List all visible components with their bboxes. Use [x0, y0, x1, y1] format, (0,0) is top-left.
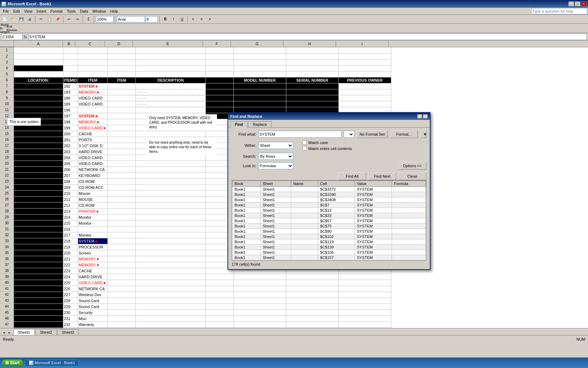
table-row[interactable]: 224HARD DRIVE — [14, 274, 391, 280]
cell-c26[interactable]: MOUSE — [78, 196, 107, 202]
row-header-30[interactable]: 30 — [0, 220, 14, 226]
cell-d23[interactable] — [107, 178, 135, 184]
cell-a4[interactable] — [14, 65, 63, 71]
cell-c18[interactable]: HARD DRIVE — [78, 149, 107, 155]
row-header-20[interactable]: 20 — [0, 161, 14, 166]
cell-c45[interactable]: Security — [78, 309, 107, 315]
cell-i7[interactable] — [338, 83, 391, 89]
zoom-input[interactable] — [96, 16, 113, 22]
taskbar-app-button[interactable]: 📊 Microsoft Excel - Book1 — [25, 360, 79, 366]
row-header-28[interactable]: 28 — [0, 208, 14, 214]
row-header-1[interactable]: 1 — [0, 47, 14, 53]
print-button[interactable]: 🖨 — [26, 15, 34, 23]
row-header-10[interactable]: 10 — [0, 101, 14, 107]
cell-b34[interactable]: 219 — [63, 244, 78, 250]
find-all-button[interactable]: Find All — [338, 172, 366, 180]
cell-i6[interactable]: PREVIOUS OWNER — [338, 77, 391, 83]
cell-d4[interactable] — [107, 65, 135, 71]
cell-d14[interactable] — [107, 125, 135, 131]
cell-b29[interactable]: 214 — [63, 214, 78, 220]
cell-d31[interactable] — [107, 226, 135, 232]
cell-c47[interactable]: Warranty — [78, 321, 107, 327]
cell-i9[interactable] — [338, 95, 391, 101]
cell-i10[interactable] — [338, 101, 391, 107]
table-row[interactable]: 183MEMORY---------- — [14, 89, 391, 95]
dialog-help-button[interactable]: ? — [417, 114, 422, 118]
cell-g2[interactable] — [233, 53, 286, 59]
cell-a48[interactable] — [14, 327, 63, 328]
cell-f1[interactable] — [205, 47, 233, 53]
cell-f3[interactable] — [205, 59, 233, 65]
cell-c14[interactable]: VIDEO CARD — [78, 125, 107, 131]
row-header-32[interactable]: 32 — [0, 232, 14, 238]
row-header-35[interactable]: 35 — [0, 250, 14, 256]
cell-g10[interactable] — [233, 101, 286, 107]
cell-a7[interactable] — [14, 83, 63, 89]
row-header-4[interactable]: 4 — [0, 65, 14, 71]
cell-g44[interactable] — [233, 304, 286, 309]
cell-e23[interactable] — [135, 178, 205, 184]
cell-f7[interactable] — [205, 83, 233, 89]
align-left-button[interactable]: ≡ — [189, 15, 197, 23]
redo-button[interactable]: ↪ — [74, 15, 81, 23]
cell-d42[interactable] — [107, 292, 135, 298]
cell-e19[interactable] — [135, 155, 205, 161]
row-header-34[interactable]: 34 — [0, 244, 14, 250]
cell-b14[interactable]: 199 — [63, 125, 78, 131]
results-row[interactable]: Book1Sheet1$C$75SYSTEM — [232, 224, 426, 229]
cell-i42[interactable] — [338, 292, 391, 298]
table-row[interactable]: 232Warranty — [14, 321, 391, 327]
cell-f8[interactable] — [205, 89, 233, 95]
results-row[interactable]: Book1Sheet1$C$12SYSTEM — [232, 208, 426, 213]
cell-e44[interactable] — [135, 304, 205, 309]
cell-h8[interactable] — [286, 89, 338, 95]
cell-b5[interactable] — [63, 71, 78, 77]
results-row[interactable]: Book1Sheet1$C$156SYSTEM — [232, 250, 426, 255]
cell-i48[interactable] — [338, 327, 391, 328]
row-header-29[interactable]: 29 — [0, 214, 14, 220]
cell-a19[interactable] — [14, 155, 63, 161]
cell-d5[interactable] — [107, 71, 135, 77]
cell-e21[interactable] — [135, 166, 205, 172]
cell-c12[interactable]: SYSTEM — [78, 113, 107, 119]
cell-h2[interactable] — [286, 53, 338, 59]
cell-b21[interactable]: 206 — [63, 166, 78, 172]
cell-h44[interactable] — [286, 304, 338, 309]
cell-a35[interactable] — [14, 250, 63, 256]
cell-c40[interactable]: VIDEO CARD — [78, 280, 107, 286]
cell-d37[interactable] — [107, 262, 135, 268]
cell-g6[interactable]: MODEL NUMBER — [233, 77, 286, 83]
cell-e9[interactable]: ---------- — [135, 95, 205, 101]
cell-a9[interactable] — [14, 95, 63, 101]
cell-h45[interactable] — [286, 309, 338, 315]
cell-e15[interactable] — [135, 131, 205, 137]
cell-a43[interactable] — [14, 298, 63, 304]
cell-b25[interactable]: 210 — [63, 190, 78, 196]
cell-c3[interactable] — [78, 59, 107, 65]
formula-input[interactable] — [28, 34, 587, 40]
cell-c33[interactable]: SYSTEM — [78, 238, 107, 244]
row-header-41[interactable]: 41 — [0, 286, 14, 292]
cell-a37[interactable] — [14, 262, 63, 268]
cell-g4[interactable] — [233, 65, 286, 71]
cell-c15[interactable]: CACHE — [78, 131, 107, 137]
paste-button[interactable]: 📌 — [54, 15, 62, 23]
cell-c44[interactable]: Sound Card — [78, 304, 107, 309]
find-replace-dialog[interactable]: Find and Replace ? × Find Replace Find w… — [227, 112, 430, 270]
cell-e33[interactable] — [135, 238, 205, 244]
cell-b43[interactable]: 228 — [63, 298, 78, 304]
minimize-button[interactable]: _ — [568, 1, 574, 6]
cell-i2[interactable] — [338, 53, 391, 59]
cell-h3[interactable] — [286, 59, 338, 65]
col-header-i[interactable]: I — [336, 41, 388, 47]
no-format-set-button[interactable]: No Format Set — [356, 130, 388, 138]
cell-e45[interactable] — [135, 309, 205, 315]
cell-a20[interactable] — [14, 161, 63, 166]
cell-a46[interactable] — [14, 315, 63, 321]
cell-b15[interactable]: 200 — [63, 131, 78, 137]
cell-h10[interactable] — [286, 101, 338, 107]
cell-f4[interactable] — [205, 65, 233, 71]
cell-e43[interactable] — [135, 298, 205, 304]
cell-b1[interactable] — [63, 47, 78, 53]
cell-g1[interactable] — [233, 47, 286, 53]
